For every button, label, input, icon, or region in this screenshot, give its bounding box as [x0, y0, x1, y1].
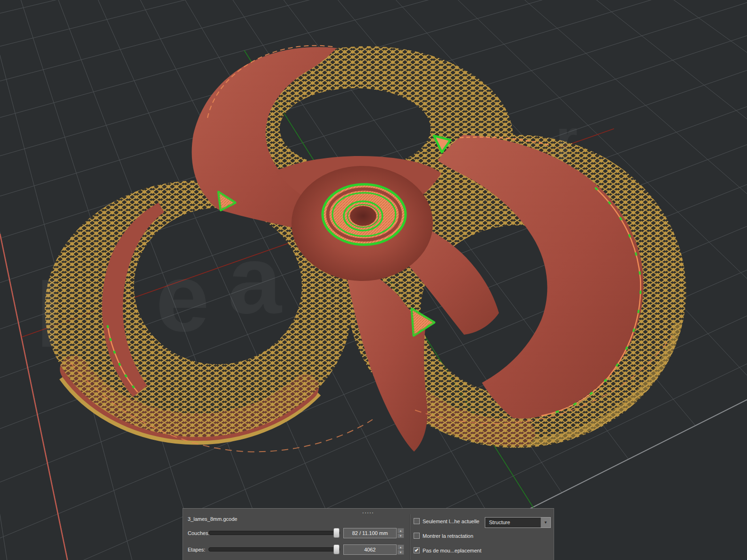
checkbox-label: Pas de mou...eplacement: [423, 548, 481, 553]
checkbox-box-checked[interactable]: ✔: [414, 547, 420, 553]
spinner-up-icon[interactable]: ▲: [398, 545, 404, 550]
preview-control-panel: ..... 3_lames_8mm.gcode Couches: 82 / 11…: [183, 508, 554, 560]
checkbox-box[interactable]: [414, 533, 420, 539]
panel-drag-handle[interactable]: .....: [362, 509, 374, 514]
layers-value-field[interactable]: 82 / 11.100 mm: [343, 528, 397, 538]
spinner-up-icon[interactable]: ▲: [398, 528, 404, 534]
dropdown-value: Structure: [489, 519, 510, 525]
panel-separator: [409, 514, 410, 560]
layers-spinner[interactable]: ▲ ▼: [397, 528, 404, 538]
layers-slider-thumb[interactable]: [333, 528, 340, 538]
steps-spinner[interactable]: ▲ ▼: [397, 544, 404, 555]
checkbox-label: Seulement l...he actuelle: [423, 519, 479, 524]
layers-slider[interactable]: [208, 531, 340, 535]
chevron-down-icon[interactable]: ▼: [540, 518, 550, 527]
steps-slider[interactable]: [208, 547, 340, 552]
gcode-filename: 3_lames_8mm.gcode: [188, 516, 237, 522]
spinner-down-icon[interactable]: ▼: [398, 534, 404, 538]
gcode-viewer-window: l e a r ..... 3_lames_8mm.gcode Couches:…: [0, 0, 747, 560]
steps-slider-thumb[interactable]: [333, 544, 340, 554]
3d-viewport[interactable]: [0, 0, 747, 560]
spinner-down-icon[interactable]: ▼: [398, 550, 404, 555]
steps-value-field[interactable]: 4062: [343, 544, 397, 555]
checkbox-box[interactable]: [414, 518, 420, 524]
hub-center-hole: [350, 206, 376, 226]
structure-dropdown[interactable]: Structure ▼: [485, 517, 551, 528]
checkbox-label: Montrer la retractation: [423, 533, 473, 539]
